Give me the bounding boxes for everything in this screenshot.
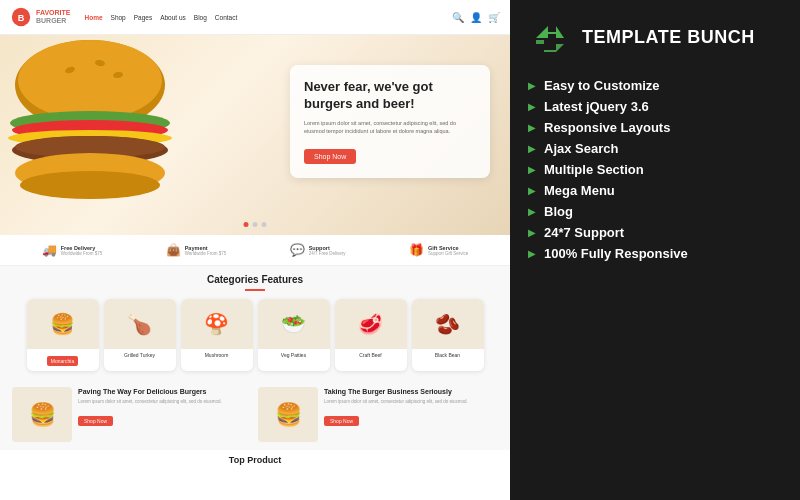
category-monarchia-img: 🍔 xyxy=(27,299,99,349)
top-product-bar: Top Product xyxy=(0,450,510,470)
dot-2 xyxy=(253,222,258,227)
feature-1-label: Latest jQuery 3.6 xyxy=(544,99,649,114)
features-bar: 🚚 Free Delivery Worldwide From $75 👜 Pay… xyxy=(0,235,510,266)
nav-icons: 🔍 👤 🛒 xyxy=(452,12,500,23)
feature-row-6: ▶ Blog xyxy=(528,204,782,219)
feature-5-label: Mega Menu xyxy=(544,183,615,198)
category-black-bean[interactable]: 🫘 Black Bean xyxy=(412,299,484,371)
promo-2-desc: Lorem ipsum dolor sit amet, consectetur … xyxy=(324,399,468,405)
dot-3 xyxy=(262,222,267,227)
category-monarchia[interactable]: 🍔 Monarchia xyxy=(27,299,99,371)
feature-row-5: ▶ Mega Menu xyxy=(528,183,782,198)
arrow-icon-1: ▶ xyxy=(528,101,536,112)
category-turkey-name: Grilled Turkey xyxy=(104,349,176,358)
nav-contact[interactable]: Contact xyxy=(215,14,237,21)
templatebunch-logo xyxy=(528,16,572,60)
feature-row-0: ▶ Easy to Customize xyxy=(528,78,782,93)
support-icon: 💬 xyxy=(290,243,305,257)
category-mushroom-name: Mushroom xyxy=(181,349,253,358)
svg-text:B: B xyxy=(18,13,25,23)
nav-about[interactable]: About us xyxy=(160,14,186,21)
feature-4-label: Multiple Section xyxy=(544,162,644,177)
feature-0-label: Easy to Customize xyxy=(544,78,660,93)
feature-6-label: Blog xyxy=(544,204,573,219)
category-mushroom[interactable]: 🍄 Mushroom xyxy=(181,299,253,371)
promo-1-button[interactable]: Shop Now xyxy=(78,416,113,426)
feature-8-label: 100% Fully Responsive xyxy=(544,246,688,261)
brand-header: TEMPLATE BUNCH xyxy=(528,16,782,60)
arrow-icon-6: ▶ xyxy=(528,206,536,217)
delivery-icon: 🚚 xyxy=(42,243,57,257)
feature-support: 💬 Support 24/7 Free Delivery xyxy=(290,243,346,257)
cart-icon[interactable]: 🛒 xyxy=(488,12,500,23)
category-monarchia-name: Monarchia xyxy=(47,356,78,366)
feature-row-1: ▶ Latest jQuery 3.6 xyxy=(528,99,782,114)
category-craft-beef[interactable]: 🥩 Craft Beef xyxy=(335,299,407,371)
feature-payment-text: Payment Worldwide From $75 xyxy=(185,245,226,256)
promo-2-button[interactable]: Shop Now xyxy=(324,416,359,426)
promo-1-image: 🍔 xyxy=(12,387,72,442)
shop-now-button[interactable]: Shop Now xyxy=(304,149,356,164)
category-veg-name: Veg Patties xyxy=(258,349,330,358)
dot-1 xyxy=(244,222,249,227)
website-preview: B FAVORITE BURGER Home Shop Pages About … xyxy=(0,0,510,500)
feature-row-7: ▶ 24*7 Support xyxy=(528,225,782,240)
svg-rect-14 xyxy=(528,16,572,60)
promo-1-content: Paving The Way For Delicious Burgers Lor… xyxy=(78,387,222,427)
search-icon[interactable]: 🔍 xyxy=(452,12,464,23)
feature-row-2: ▶ Responsive Layouts xyxy=(528,120,782,135)
feature-delivery: 🚚 Free Delivery Worldwide From $75 xyxy=(42,243,102,257)
promo-2-title: Taking The Burger Business Seriously xyxy=(324,387,468,396)
feature-delivery-text: Free Delivery Worldwide From $75 xyxy=(61,245,102,256)
promo-section: 🍔 Paving The Way For Delicious Burgers L… xyxy=(0,379,510,450)
arrow-icon-8: ▶ xyxy=(528,248,536,259)
category-beef-name: Craft Beef xyxy=(335,349,407,358)
logo-text: FAVORITE BURGER xyxy=(36,9,70,24)
category-turkey-img: 🍗 xyxy=(104,299,176,349)
nav-pages[interactable]: Pages xyxy=(134,14,152,21)
arrow-icon-0: ▶ xyxy=(528,80,536,91)
feature-row-4: ▶ Multiple Section xyxy=(528,162,782,177)
burger-image xyxy=(0,35,185,220)
promo-card-1: 🍔 Paving The Way For Delicious Burgers L… xyxy=(12,387,252,442)
category-veg[interactable]: 🥗 Veg Patties xyxy=(258,299,330,371)
promo-2-image: 🍔 xyxy=(258,387,318,442)
category-bean-name: Black Bean xyxy=(412,349,484,358)
nav-links: Home Shop Pages About us Blog Contact xyxy=(84,14,444,21)
category-bean-img: 🫘 xyxy=(412,299,484,349)
arrow-icon-5: ▶ xyxy=(528,185,536,196)
hero-title: Never fear, we've got burgers and beer! xyxy=(304,79,476,113)
category-veg-img: 🥗 xyxy=(258,299,330,349)
navbar: B FAVORITE BURGER Home Shop Pages About … xyxy=(0,0,510,35)
hero-dots xyxy=(244,222,267,227)
svg-point-3 xyxy=(18,40,162,120)
categories-section: Categories Features 🍔 Monarchia 🍗 Grille… xyxy=(0,266,510,379)
promo-1-title: Paving The Way For Delicious Burgers xyxy=(78,387,222,396)
feature-support-text: Support 24/7 Free Delivery xyxy=(309,245,346,256)
hero-section: Never fear, we've got burgers and beer! … xyxy=(0,35,510,235)
feature-gift: 🎁 Gift Service Support Gift Service xyxy=(409,243,468,257)
nav-home[interactable]: Home xyxy=(84,14,102,21)
nav-shop[interactable]: Shop xyxy=(111,14,126,21)
category-beef-img: 🥩 xyxy=(335,299,407,349)
hero-content-card: Never fear, we've got burgers and beer! … xyxy=(290,65,490,178)
arrow-icon-7: ▶ xyxy=(528,227,536,238)
feature-payment: 👜 Payment Worldwide From $75 xyxy=(166,243,226,257)
hero-description: Lorem ipsum dolor sit amet, consectetur … xyxy=(304,119,476,136)
promo-2-content: Taking The Burger Business Seriously Lor… xyxy=(324,387,468,427)
top-product-title: Top Product xyxy=(12,455,498,465)
feature-row-3: ▶ Ajax Search xyxy=(528,141,782,156)
categories-grid: 🍔 Monarchia 🍗 Grilled Turkey 🍄 Mushroom … xyxy=(12,299,498,371)
feature-3-label: Ajax Search xyxy=(544,141,618,156)
feature-2-label: Responsive Layouts xyxy=(544,120,670,135)
arrow-icon-2: ▶ xyxy=(528,122,536,133)
category-turkey[interactable]: 🍗 Grilled Turkey xyxy=(104,299,176,371)
user-icon[interactable]: 👤 xyxy=(470,12,482,23)
feature-7-label: 24*7 Support xyxy=(544,225,624,240)
feature-row-8: ▶ 100% Fully Responsive xyxy=(528,246,782,261)
features-list: ▶ Easy to Customize ▶ Latest jQuery 3.6 … xyxy=(528,78,782,261)
gift-icon: 🎁 xyxy=(409,243,424,257)
nav-blog[interactable]: Blog xyxy=(194,14,207,21)
categories-title: Categories Features xyxy=(12,274,498,285)
arrow-icon-3: ▶ xyxy=(528,143,536,154)
